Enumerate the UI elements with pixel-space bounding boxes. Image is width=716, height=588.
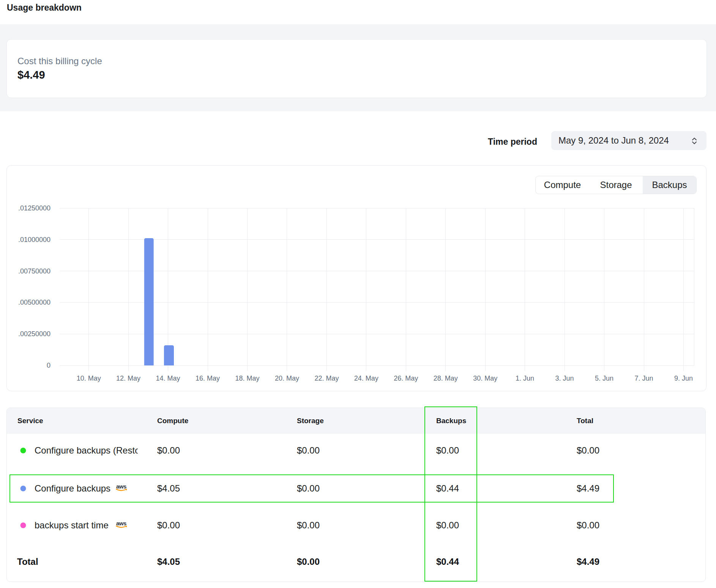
svg-text:18. May: 18. May (235, 375, 259, 382)
svg-text:.01000000: .01000000 (18, 236, 50, 243)
svg-text:aws: aws (116, 520, 126, 526)
svg-text:.00500000: .00500000 (18, 299, 50, 306)
svg-text:.01250000: .01250000 (18, 204, 50, 212)
svg-text:30. May: 30. May (473, 375, 497, 382)
svg-text:7. Jun: 7. Jun (634, 375, 653, 382)
svg-text:26. May: 26. May (394, 375, 418, 382)
svg-text:9. Jun: 9. Jun (674, 375, 693, 382)
svg-text:5. Jun: 5. Jun (595, 375, 613, 382)
svg-text:28. May: 28. May (434, 375, 458, 382)
svg-text:12. May: 12. May (116, 375, 140, 382)
svg-text:16. May: 16. May (196, 375, 220, 382)
svg-text:20. May: 20. May (275, 375, 299, 382)
svg-text:.00750000: .00750000 (18, 267, 50, 275)
svg-text:3. Jun: 3. Jun (555, 375, 574, 382)
svg-text:.00250000: .00250000 (18, 330, 50, 338)
svg-text:0: 0 (47, 362, 50, 369)
svg-text:22. May: 22. May (314, 375, 339, 382)
svg-text:1. Jun: 1. Jun (516, 375, 534, 382)
svg-text:24. May: 24. May (354, 375, 379, 382)
svg-text:14. May: 14. May (156, 375, 180, 382)
svg-text:10. May: 10. May (77, 375, 101, 382)
